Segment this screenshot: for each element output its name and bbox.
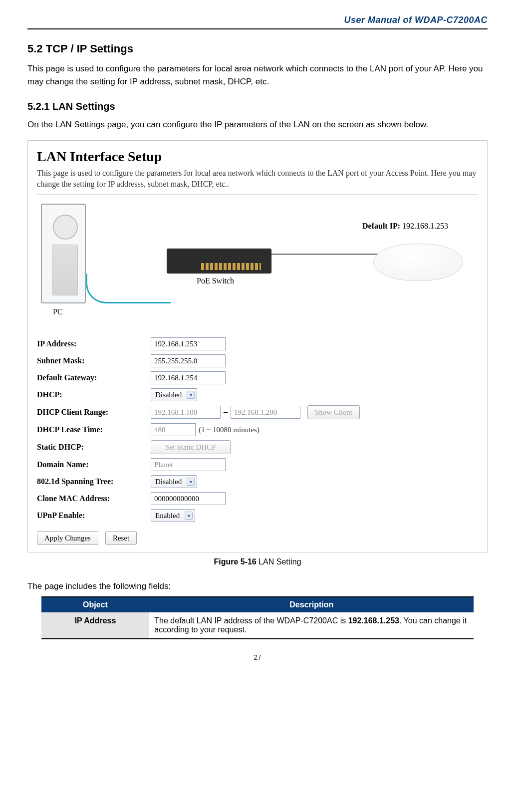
upnp-label: UPnP Enable: — [37, 511, 151, 520]
access-point-icon — [373, 244, 463, 281]
row-object: IP Address — [41, 612, 150, 639]
figure-caption-text: LAN Setting — [257, 557, 301, 566]
dhcp-range-from-input[interactable]: 192.168.1.100 — [151, 406, 221, 419]
range-dash: – — [224, 408, 228, 417]
section-paragraph: This page is used to configure the param… — [27, 62, 488, 89]
static-dhcp-label: Static DHCP: — [37, 443, 151, 452]
clone-mac-input[interactable]: 000000000000 — [151, 492, 226, 505]
cable-pc-to-switch — [86, 273, 171, 303]
upnp-value: Enabled — [155, 512, 180, 520]
chevron-down-icon: ▾ — [187, 391, 195, 399]
domain-name-label: Domain Name: — [37, 460, 151, 469]
spanning-tree-value: Disabled — [155, 478, 182, 486]
row-desc-bold: 192.168.1.253 — [348, 616, 399, 625]
default-ip-value: 192.168.1.253 — [402, 222, 448, 230]
ip-address-input[interactable]: 192.168.1.253 — [151, 337, 226, 350]
section-heading: 5.2 TCP / IP Settings — [27, 42, 488, 55]
subsection-heading: 5.2.1 LAN Settings — [27, 101, 488, 112]
default-ip-label: Default IP: — [362, 222, 400, 230]
dhcp-select-value: Disabled — [155, 391, 182, 399]
topology-diagram: PC PoE Switch Default IP: 192.168.1.253 — [37, 204, 478, 328]
subsection-paragraph: On the LAN Settings page, you can config… — [27, 118, 488, 131]
subnet-mask-label: Subnet Mask: — [37, 356, 151, 365]
table-row: IP Address The default LAN IP address of… — [41, 612, 474, 639]
figure-caption-number: Figure 5-16 — [214, 557, 256, 566]
default-ip-badge: Default IP: 192.168.1.253 — [362, 222, 448, 231]
pc-label: PC — [53, 307, 63, 316]
dhcp-lease-hint: (1 ~ 10080 minutes) — [199, 426, 259, 434]
default-gateway-label: Default Gateway: — [37, 373, 151, 382]
subnet-mask-input[interactable]: 255.255.255.0 — [151, 354, 226, 367]
spanning-tree-select[interactable]: Disabled ▾ — [151, 475, 197, 488]
upnp-select[interactable]: Enabled ▾ — [151, 509, 195, 522]
col-object-header: Object — [41, 597, 150, 612]
figure-title: LAN Interface Setup — [37, 149, 478, 165]
default-gateway-input[interactable]: 192.168.1.254 — [151, 371, 226, 384]
spanning-tree-label: 802.1d Spanning Tree: — [37, 477, 151, 486]
dhcp-lease-label: DHCP Lease Time: — [37, 425, 151, 434]
dhcp-range-to-input[interactable]: 192.168.1.200 — [231, 406, 300, 419]
poe-switch-label: PoE Switch — [197, 276, 234, 285]
set-static-dhcp-button[interactable]: Set Static DHCP — [151, 440, 231, 454]
dhcp-lease-input[interactable]: 480 — [151, 423, 196, 436]
clone-mac-label: Clone MAC Address: — [37, 494, 151, 503]
domain-name-input[interactable]: Planet — [151, 458, 226, 471]
doc-header: User Manual of WDAP-C7200AC — [27, 15, 488, 29]
cable-switch-to-ap — [271, 254, 381, 255]
chevron-down-icon: ▾ — [185, 512, 193, 520]
row-desc-pre: The default LAN IP address of the WDAP-C… — [154, 616, 348, 625]
fields-intro: The page includes the following fields: — [27, 581, 488, 591]
col-description-header: Description — [149, 597, 474, 612]
ip-address-label: IP Address: — [37, 339, 151, 348]
poe-switch-icon — [167, 249, 271, 273]
figure-divider — [37, 194, 478, 195]
dhcp-label: DHCP: — [37, 390, 151, 399]
fields-table: Object Description IP Address The defaul… — [41, 596, 474, 639]
row-description: The default LAN IP address of the WDAP-C… — [149, 612, 474, 639]
lan-form: IP Address: 192.168.1.253 Subnet Mask: 2… — [37, 337, 478, 545]
dhcp-range-label: DHCP Client Range: — [37, 408, 151, 417]
pc-icon — [41, 204, 86, 303]
figure-screenshot: LAN Interface Setup This page is used to… — [27, 140, 488, 552]
figure-caption: Figure 5-16 LAN Setting — [27, 557, 488, 566]
apply-changes-button[interactable]: Apply Changes — [37, 531, 98, 545]
chevron-down-icon: ▾ — [187, 478, 195, 486]
dhcp-select[interactable]: Disabled ▾ — [151, 388, 197, 401]
show-client-button[interactable]: Show Client — [307, 405, 360, 419]
figure-description: This page is used to configure the param… — [37, 168, 478, 189]
page-number: 27 — [27, 653, 488, 661]
reset-button[interactable]: Reset — [105, 531, 137, 545]
